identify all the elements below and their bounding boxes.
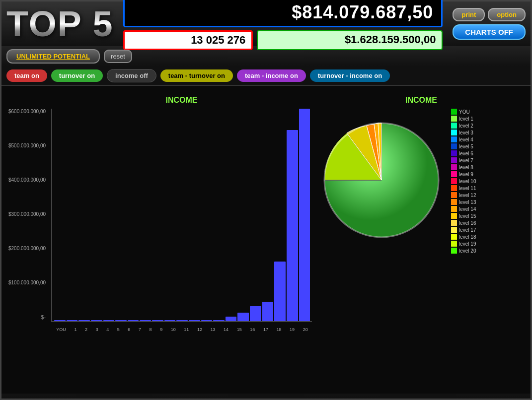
legend-label: level 5: [459, 144, 473, 149]
charts-off-button[interactable]: CHARTS OFF: [453, 24, 526, 40]
legend-color-box: [451, 199, 457, 205]
bar-item: [128, 320, 139, 321]
legend-item: level 17: [451, 227, 476, 233]
legend-color-box: [451, 241, 457, 247]
turnover-income-on-button[interactable]: turnover - income on: [310, 69, 390, 82]
legend-label: level 10: [459, 179, 476, 184]
app-container: TOP 5 $814.079.687,50 13 025 276 $1.628.…: [0, 0, 532, 400]
unlimited-potential-button[interactable]: UNLIMITED POTENTIAL: [6, 49, 100, 64]
x-label: 6: [128, 327, 130, 332]
legend-label: level 4: [459, 137, 473, 142]
legend-item: level 20: [451, 248, 476, 254]
y-label-6: $100.000.000,00: [8, 280, 46, 285]
x-label: 4: [106, 327, 109, 332]
legend-color-box: [451, 123, 457, 129]
legend-item: level 19: [451, 241, 476, 247]
bar-item: [201, 320, 213, 321]
bar-item: [262, 302, 274, 321]
legend-item: level 3: [451, 130, 476, 135]
team-turnover-on-button[interactable]: team - turnover on: [160, 69, 233, 82]
bar-item: [189, 320, 200, 321]
top-buttons: print option CHARTS OFF: [453, 8, 526, 40]
x-label: 20: [303, 327, 308, 332]
x-label: 14: [224, 327, 228, 332]
legend-item: level 11: [451, 185, 476, 191]
bar-item: [152, 320, 163, 321]
x-label: 17: [263, 327, 268, 332]
legend-label: level 8: [459, 165, 473, 170]
print-button[interactable]: print: [453, 8, 485, 21]
x-axis-labels: YOU1234567891011121314151617181920: [52, 327, 312, 332]
x-label: 11: [184, 327, 189, 332]
bar-item: [54, 320, 66, 321]
legend-color-box: [451, 116, 457, 122]
legend-item: level 14: [451, 206, 476, 212]
legend-color-box: [451, 220, 457, 226]
bar-chart-container: INCOME $600.000.000,00 $500.000.000,00 $…: [6, 91, 312, 389]
option-button[interactable]: option: [488, 8, 526, 21]
legend-item: level 6: [451, 150, 476, 156]
x-label: 19: [290, 327, 295, 332]
legend-color-box: [451, 234, 457, 240]
bar-item: [213, 320, 225, 321]
legend-item: level 7: [451, 157, 476, 163]
green-value-display: $1.628.159.500,00: [257, 30, 443, 50]
legend-color-box: [451, 150, 457, 156]
legend-item: level 1: [451, 116, 476, 122]
bar-item: [226, 317, 237, 321]
x-label: 2: [85, 327, 87, 332]
x-label: 5: [117, 327, 120, 332]
bar-item: [299, 109, 310, 321]
reset-button[interactable]: reset: [104, 50, 132, 63]
legend-color-box: [451, 213, 457, 219]
legend-label: level 3: [459, 130, 473, 135]
pie-chart-title: INCOME: [317, 96, 526, 105]
bar-item: [91, 320, 102, 321]
y-axis-labels: $600.000.000,00 $500.000.000,00 $400.000…: [8, 109, 46, 321]
legend-label: level 11: [459, 186, 476, 191]
bar-item: [287, 130, 298, 321]
team-income-on-button[interactable]: team - income on: [237, 69, 306, 82]
header: TOP 5 $814.079.687,50 13 025 276 $1.628.…: [1, 1, 531, 46]
bars-wrapper: [52, 109, 312, 321]
legend-label: level 9: [459, 172, 473, 177]
legend-label: level 1: [459, 116, 473, 122]
secondary-row: 13 025 276 $1.628.159.500,00: [123, 30, 443, 50]
legend-color-box: [451, 164, 457, 170]
x-label: 13: [211, 327, 216, 332]
main-value-display: $814.079.687,50: [123, 0, 443, 27]
x-label: 15: [237, 327, 242, 332]
legend-label: level 19: [459, 241, 476, 247]
legend-label: level 20: [459, 248, 476, 254]
pie-chart-container: INCOME: [317, 91, 526, 389]
y-label-7: $-: [8, 314, 46, 320]
x-label: 9: [160, 327, 162, 332]
x-label: 10: [171, 327, 176, 332]
legend-color-box: [451, 248, 457, 254]
x-label: YOU: [56, 327, 66, 332]
legend-item: level 15: [451, 213, 476, 219]
legend-label: level 7: [459, 158, 473, 163]
legend-label: level 15: [459, 213, 476, 219]
legend-item: level 10: [451, 178, 476, 184]
x-label: 18: [276, 327, 281, 332]
pie-and-legend: YOUlevel 1level 2level 3level 4level 5le…: [317, 109, 526, 254]
legend-color-box: [451, 143, 457, 149]
turnover-on-button[interactable]: turnover on: [51, 69, 103, 82]
legend-item: level 9: [451, 171, 476, 177]
bar-item: [164, 320, 176, 321]
legend-label: YOU: [459, 109, 470, 115]
income-off-button[interactable]: income off: [107, 69, 156, 82]
legend-item: level 4: [451, 136, 476, 142]
legend-color-box: [451, 109, 457, 115]
legend-color-box: [451, 157, 457, 163]
legend-item: level 13: [451, 199, 476, 205]
bar-item: [78, 320, 90, 321]
legend-color-box: [451, 178, 457, 184]
legend-label: level 2: [459, 123, 473, 129]
y-label-2: $500.000.000,00: [8, 143, 46, 148]
bar-item: [103, 320, 115, 321]
team-on-button[interactable]: team on: [6, 69, 47, 82]
count-display: 13 025 276: [123, 30, 253, 50]
x-label: 8: [150, 327, 152, 332]
